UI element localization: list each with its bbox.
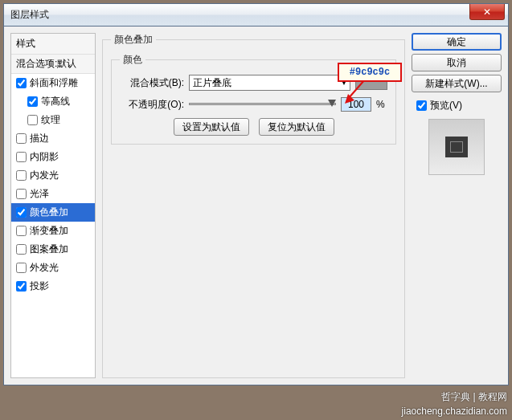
cancel-button[interactable]: 取消 xyxy=(412,54,502,71)
style-item-innershadow[interactable]: 内阴影 xyxy=(11,148,95,166)
new-style-button[interactable]: 新建样式(W)... xyxy=(412,75,502,92)
style-item-dropshadow[interactable]: 投影 xyxy=(11,277,95,296)
opacity-input[interactable]: 100 xyxy=(341,97,371,112)
opacity-label: 不透明度(O): xyxy=(120,98,184,112)
opacity-slider[interactable] xyxy=(189,98,336,111)
style-item-coloroverlay[interactable]: 颜色叠加 xyxy=(11,203,95,222)
watermark-url: jiaocheng.chazidian.com xyxy=(402,406,507,417)
checkbox[interactable] xyxy=(16,78,27,88)
style-item-contour[interactable]: 等高线 xyxy=(11,92,95,111)
style-item-stroke[interactable]: 描边 xyxy=(11,129,95,148)
checkbox[interactable] xyxy=(16,207,27,218)
styles-header: 样式 xyxy=(11,34,95,55)
preview-label: 预览(V) xyxy=(430,99,462,112)
blend-options-item[interactable]: 混合选项:默认 xyxy=(11,55,95,74)
style-item-patternoverlay[interactable]: 图案叠加 xyxy=(11,240,95,259)
checkbox[interactable] xyxy=(27,115,38,125)
checkbox[interactable] xyxy=(16,226,27,236)
action-panel: 确定 取消 新建样式(W)... 预览(V) xyxy=(412,33,502,378)
slider-thumb-icon[interactable] xyxy=(328,100,336,107)
style-item-gradientoverlay[interactable]: 渐变叠加 xyxy=(11,222,95,240)
checkbox[interactable] xyxy=(16,189,27,199)
set-default-button[interactable]: 设置为默认值 xyxy=(174,118,249,136)
window-title: 图层样式 xyxy=(10,8,49,22)
checkbox[interactable] xyxy=(27,96,38,107)
checkbox[interactable] xyxy=(16,263,27,273)
checkbox[interactable] xyxy=(16,152,27,162)
style-item-outerglow[interactable]: 外发光 xyxy=(11,259,95,277)
ok-button[interactable]: 确定 xyxy=(412,33,502,51)
color-swatch[interactable] xyxy=(355,75,387,90)
chevron-down-icon: ▼ xyxy=(341,80,347,87)
blend-mode-label: 混合模式(B): xyxy=(120,76,184,90)
checkbox[interactable] xyxy=(16,133,27,144)
titlebar: 图层样式 ✕ xyxy=(4,4,508,27)
watermark-text: 哲字典 | 教程网 xyxy=(441,390,507,404)
blend-mode-select[interactable]: 正片叠底 ▼ xyxy=(189,75,350,91)
checkbox[interactable] xyxy=(16,170,27,181)
style-item-satin[interactable]: 光泽 xyxy=(11,185,95,203)
style-item-innerglow[interactable]: 内发光 xyxy=(11,166,95,185)
styles-list: 样式 混合选项:默认 斜面和浮雕 等高线 纹理 描边 内阴影 内发光 光泽 颜色… xyxy=(10,33,96,378)
checkbox[interactable] xyxy=(16,281,27,292)
panel-title: 颜色叠加 xyxy=(111,33,156,47)
reset-default-button[interactable]: 复位为默认值 xyxy=(259,118,334,136)
color-group-label: 颜色 xyxy=(120,53,145,67)
style-item-texture[interactable]: 纹理 xyxy=(11,111,95,129)
layer-style-dialog: 图层样式 ✕ 样式 混合选项:默认 斜面和浮雕 等高线 纹理 描边 内阴影 内发… xyxy=(3,3,509,385)
close-icon: ✕ xyxy=(483,6,491,18)
style-item-bevel[interactable]: 斜面和浮雕 xyxy=(11,74,95,92)
close-button[interactable]: ✕ xyxy=(469,4,505,20)
preview-checkbox[interactable] xyxy=(416,100,427,111)
settings-panel: 颜色叠加 颜色 混合模式(B): 正片叠底 ▼ 不透明度(O): xyxy=(102,33,405,378)
preview-swatch-icon xyxy=(445,137,468,157)
preview-thumbnail xyxy=(428,119,485,175)
opacity-unit: % xyxy=(376,99,387,110)
checkbox[interactable] xyxy=(16,244,27,255)
